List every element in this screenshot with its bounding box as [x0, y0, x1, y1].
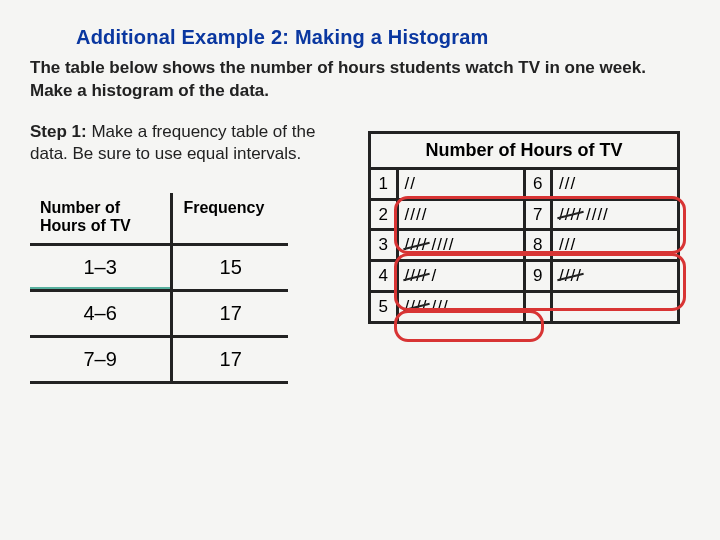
- tally-number: 3: [370, 230, 398, 261]
- left-column: Step 1: Make a frequency table of the da…: [30, 121, 338, 384]
- table-row: 2////7////////: [370, 199, 679, 230]
- tally-marks: ////: [397, 199, 524, 230]
- tally-marks: ///: [552, 168, 679, 199]
- step-text: Step 1: Make a frequency table of the da…: [30, 121, 338, 165]
- tally-marks: ///: [552, 230, 679, 261]
- tally-title: Number of Hours of TV: [370, 132, 679, 168]
- tally-number: 4: [370, 261, 398, 292]
- tally-number: 5: [370, 292, 398, 323]
- freq-value: 15: [172, 245, 288, 291]
- tally-number: [524, 292, 552, 323]
- right-column: Number of Hours of TV 1//6///2////7/////…: [368, 121, 696, 384]
- tally-marks: ////////: [397, 230, 524, 261]
- tally-number: 6: [524, 168, 552, 199]
- tally-number: 1: [370, 168, 398, 199]
- table-row: 5///////: [370, 292, 679, 323]
- tally-marks: /////: [397, 261, 524, 292]
- freq-value: 17: [172, 337, 288, 383]
- step-label: Step 1:: [30, 122, 87, 141]
- freq-value: 17: [172, 291, 288, 337]
- tally-marks: ////: [552, 261, 679, 292]
- tally-number: 9: [524, 261, 552, 292]
- table-row: 3////////8///: [370, 230, 679, 261]
- tally-marks: //: [397, 168, 524, 199]
- table-row: 4/////9////: [370, 261, 679, 292]
- tally-number: 8: [524, 230, 552, 261]
- table-row: 7–9 17: [30, 337, 288, 383]
- freq-interval: 7–9: [30, 337, 172, 383]
- freq-header-frequency: Frequency: [172, 193, 288, 245]
- freq-interval: 4–6: [30, 291, 172, 337]
- tally-number: 2: [370, 199, 398, 230]
- freq-interval: 1–3: [30, 245, 172, 291]
- freq-header-interval: Number of Hours of TV: [30, 193, 172, 245]
- frequency-table: Number of Hours of TV Frequency 1–3 15 4…: [30, 193, 288, 384]
- page-title: Additional Example 2: Making a Histogram: [0, 0, 720, 57]
- tally-marks: ///////: [397, 292, 524, 323]
- tally-marks: [552, 292, 679, 323]
- table-row: 1–3 15: [30, 245, 288, 291]
- tally-number: 7: [524, 199, 552, 230]
- tally-table: Number of Hours of TV 1//6///2////7/////…: [368, 131, 680, 324]
- tally-marks: ////////: [552, 199, 679, 230]
- table-row: 4–6 17: [30, 291, 288, 337]
- content-row: Step 1: Make a frequency table of the da…: [0, 103, 720, 384]
- page-subtitle: The table below shows the number of hour…: [0, 57, 720, 103]
- table-row: 1//6///: [370, 168, 679, 199]
